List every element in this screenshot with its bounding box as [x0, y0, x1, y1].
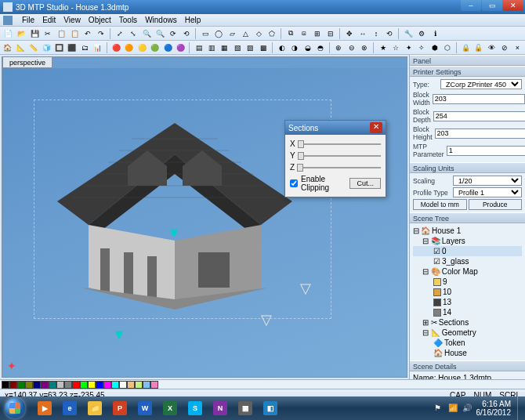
tree-item[interactable]: ⊟🏠 House 1	[413, 226, 522, 236]
taskbar-app[interactable]: ▦	[234, 398, 257, 418]
viewport-tab[interactable]: perspective	[2, 57, 52, 68]
scaling-select[interactable]: 1/20	[453, 176, 522, 186]
show-desktop-button[interactable]	[517, 396, 525, 420]
menu-object[interactable]: Object	[89, 16, 111, 24]
toolbar-button[interactable]: ▥	[206, 42, 218, 54]
toolbar-button[interactable]: 🔓	[472, 42, 484, 54]
menu-windows[interactable]: Windows	[145, 16, 177, 24]
tree-item[interactable]: ⊟ 📐 Geometry	[413, 328, 522, 338]
palette-swatch[interactable]	[2, 381, 9, 389]
palette-swatch[interactable]	[88, 381, 96, 389]
tree-item[interactable]: ⊟ 🎨 Color Map	[413, 266, 522, 277]
scene-3d[interactable]: ▼ ▼ ▽ ▽ ✦	[2, 68, 407, 377]
taskbar-app[interactable]: S	[183, 398, 207, 418]
toolbar-button[interactable]: 🔍	[140, 27, 153, 40]
gizmo-arrow-icon[interactable]: ▼	[112, 327, 126, 343]
palette-swatch[interactable]	[119, 381, 127, 389]
toolbar-button[interactable]: 🔍	[154, 27, 166, 40]
toolbar-button[interactable]: 📊	[92, 42, 103, 54]
menu-edit[interactable]: Edit	[42, 16, 56, 24]
toolbar-button[interactable]: ⊗	[359, 42, 371, 54]
toolbar-button[interactable]: ◯	[212, 27, 225, 40]
toolbar-button[interactable]: ◐	[276, 42, 288, 54]
printer-type-select[interactable]: ZCorp ZPrinter 450	[440, 79, 522, 89]
toolbar-button[interactable]: ✦	[403, 42, 415, 54]
tree-item[interactable]: 13	[413, 297, 522, 307]
tree-item[interactable]: 🔷 Token	[413, 338, 522, 348]
palette-swatch[interactable]	[135, 381, 143, 389]
taskbar-app[interactable]: P	[108, 398, 132, 418]
profile-select[interactable]: Profile 1	[453, 187, 522, 197]
menu-view[interactable]: View	[63, 16, 81, 24]
toolbar-button[interactable]: ⬡	[441, 42, 453, 54]
tree-item[interactable]: 10	[413, 287, 522, 297]
minimize-button[interactable]: –	[461, 0, 481, 11]
toolbar-button[interactable]: ⊞	[311, 27, 324, 40]
toolbar-button[interactable]: 👁	[486, 42, 498, 54]
block-height-input[interactable]	[435, 129, 525, 139]
start-button[interactable]	[0, 396, 30, 420]
palette-swatch[interactable]	[56, 381, 64, 389]
toolbar-button[interactable]: 🧊	[40, 42, 52, 54]
toolbar-button[interactable]: ◓	[314, 42, 326, 54]
tree-item[interactable]: ⊟ 📚 Layers	[413, 236, 522, 246]
toolbar-button[interactable]: 📋	[55, 27, 67, 40]
toolbar-button[interactable]: ✥	[343, 27, 356, 40]
tree-item[interactable]: 14	[413, 307, 522, 317]
toolbar-button[interactable]: ◒	[302, 42, 313, 54]
palette-swatch[interactable]	[80, 381, 88, 389]
slider-x[interactable]	[298, 143, 381, 145]
palette-swatch[interactable]	[150, 381, 158, 389]
toolbar-button[interactable]: ↶	[81, 27, 94, 40]
viewport[interactable]: perspective	[2, 56, 407, 378]
palette-swatch[interactable]	[17, 381, 25, 389]
slider-y[interactable]	[298, 155, 381, 157]
toolbar-button[interactable]: ⊟	[324, 27, 337, 40]
tree-item[interactable]: ☑ 3_glass	[413, 256, 522, 266]
slider-thumb[interactable]	[298, 140, 304, 148]
toolbar-button[interactable]: ▭	[199, 27, 212, 40]
scene-tree[interactable]: ⊟🏠 House 1 ⊟ 📚 Layers ☑ 0 ☑ 3_glass ⊟ 🎨 …	[410, 223, 525, 360]
tray-volume-icon[interactable]: 🔊	[462, 404, 472, 413]
toolbar-button[interactable]: ⧉	[284, 27, 297, 40]
toolbar-button[interactable]: ↷	[95, 27, 107, 40]
clock[interactable]: 6:16 AM 6/16/2012	[476, 400, 512, 417]
toolbar-button[interactable]: ⟳	[167, 27, 179, 40]
toolbar-button[interactable]: ⚙	[415, 27, 428, 40]
palette-swatch[interactable]	[111, 381, 119, 389]
toolbar-button[interactable]: ▩	[258, 42, 270, 54]
gizmo-arrow-icon[interactable]: ▽	[300, 280, 311, 297]
maximize-button[interactable]: ▭	[482, 0, 502, 11]
toolbar-button[interactable]: 🔵	[161, 42, 173, 54]
palette-swatch[interactable]	[72, 381, 80, 389]
block-depth-input[interactable]	[433, 111, 525, 121]
toolbar-button[interactable]: 📄	[2, 27, 14, 40]
toolbar-button[interactable]: ▧	[232, 42, 244, 54]
cut-button[interactable]: Cut...	[349, 178, 381, 189]
toolbar-button[interactable]: 📋	[68, 27, 81, 40]
toolbar-button[interactable]: △	[239, 27, 252, 40]
toolbar-button[interactable]: 💾	[28, 27, 41, 40]
toolbar-button[interactable]: 🔒	[460, 42, 472, 54]
palette-swatch[interactable]	[9, 381, 17, 389]
taskbar-app[interactable]: e	[58, 398, 81, 418]
menu-help[interactable]: Help	[185, 16, 201, 24]
menu-tools[interactable]: Tools	[119, 16, 137, 24]
toolbar-button[interactable]: 📏	[27, 42, 39, 54]
toolbar-button[interactable]: ⬠	[266, 27, 278, 40]
tree-item[interactable]: ⊞ ✂ Sections	[413, 317, 522, 328]
taskbar-app[interactable]: X	[158, 398, 182, 418]
toolbar-button[interactable]: ▤	[193, 42, 205, 54]
toolbar-button[interactable]: 🔲	[53, 42, 65, 54]
taskbar-app[interactable]: N	[208, 398, 232, 418]
palette-swatch[interactable]	[41, 381, 49, 389]
toolbar-button[interactable]: ⊘	[498, 42, 510, 54]
menu-file[interactable]: File	[22, 16, 34, 24]
palette-swatch[interactable]	[103, 381, 111, 389]
house-model[interactable]	[42, 107, 308, 311]
toolbar-button[interactable]: ⊕	[333, 42, 345, 54]
toolbar-button[interactable]: ↔	[357, 27, 369, 40]
taskbar-app[interactable]: ▶	[33, 398, 56, 418]
toolbar-button[interactable]: ◇	[252, 27, 265, 40]
toolbar-button[interactable]: 🟠	[123, 42, 135, 54]
